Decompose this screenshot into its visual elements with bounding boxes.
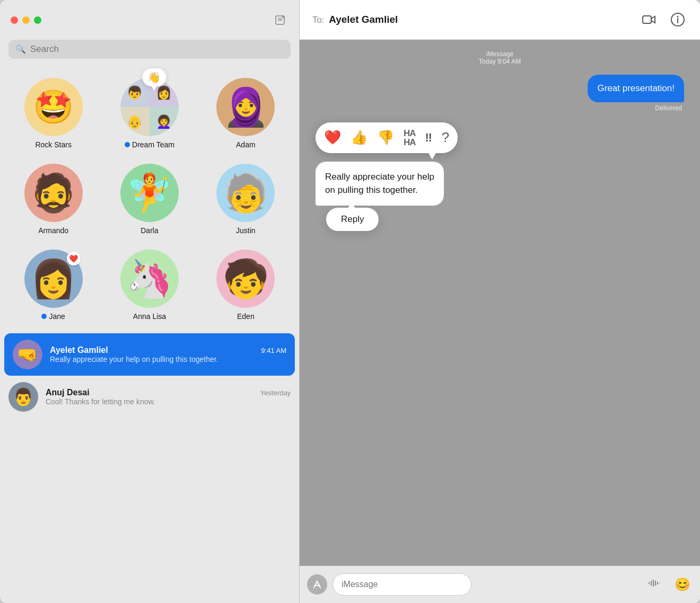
conv-info: Ayelet Gamliel 9:41 AM Really appreciate… (50, 345, 286, 363)
avatar: 🧔 (24, 164, 83, 222)
wave-bubble: 👋 (142, 68, 166, 86)
conv-header: Anuj Desai Yesterday (46, 388, 291, 397)
minimize-button[interactable] (22, 16, 30, 24)
avatar: 🧕 (216, 78, 275, 136)
message-timestamp: iMessage Today 9:04 AM (316, 50, 684, 65)
contact-anna-lisa[interactable]: 🦄 Anna Lisa (101, 242, 197, 328)
contact-name: Armando (38, 226, 68, 235)
svg-rect-14 (657, 582, 658, 585)
avatar: 🧒 (216, 250, 275, 308)
svg-rect-5 (643, 16, 651, 23)
reaction-heart[interactable]: ❤️ (324, 129, 341, 146)
to-label: To: (312, 15, 325, 25)
avatar: 🧚 (120, 164, 179, 222)
conversation-item-anuj[interactable]: 👨 Anuj Desai Yesterday Cool! Thanks for … (0, 376, 299, 418)
conversations-list: 🤜 Ayelet Gamliel 9:41 AM Really apprecia… (0, 333, 299, 603)
received-message-bubble: Really appreciate your help on pulling t… (316, 162, 444, 206)
contact-darla[interactable]: 🧚 Darla (101, 156, 197, 242)
avatar-wrap: 🧔 (24, 164, 83, 222)
unread-dot (125, 142, 130, 147)
conv-header: Ayelet Gamliel 9:41 AM (50, 345, 286, 355)
heart-badge: ❤️ (67, 252, 81, 265)
conv-preview: Really appreciate your help on pulling t… (50, 355, 286, 363)
avatar-wrap: 👩 ❤️ (24, 250, 83, 308)
svg-rect-15 (659, 583, 660, 584)
avatar-wrap: 🧓 (216, 164, 275, 222)
reaction-picker[interactable]: ❤️ 👍 👎 HAHA ‼ ? (316, 122, 458, 153)
contact-eden[interactable]: 🧒 Eden (198, 242, 294, 328)
audio-waveform-icon (648, 579, 660, 590)
app-store-button[interactable] (307, 574, 327, 595)
reply-popup[interactable]: Reply (326, 208, 379, 231)
contact-name: Anna Lisa (133, 312, 166, 321)
svg-rect-13 (655, 581, 656, 586)
traffic-lights (11, 16, 41, 24)
avatar: 🦄 (120, 250, 179, 308)
svg-rect-10 (649, 582, 650, 584)
contact-dream-team[interactable]: 👦 👩 👴 👩‍🦱 👋 Dream Team (101, 70, 197, 156)
contact-name: Jane (41, 312, 65, 321)
contact-name: Rock Stars (35, 140, 71, 149)
header-actions (640, 10, 687, 29)
conv-name: Anuj Desai (46, 388, 90, 397)
emoji-button[interactable]: 😊 (672, 574, 693, 595)
conv-name: Ayelet Gamliel (50, 345, 108, 355)
contact-name: Justin (236, 226, 256, 235)
message-input[interactable] (332, 573, 471, 596)
reaction-question[interactable]: ? (442, 129, 449, 146)
contact-name: Eden (237, 312, 255, 321)
svg-point-8 (677, 16, 679, 17)
avatar-wrap: 🦄 (120, 250, 179, 308)
avatar-wrap: 🧕 (216, 78, 275, 136)
contact-name-header: Ayelet Gamliel (329, 14, 398, 25)
conv-avatar: 👨 (8, 382, 38, 412)
reaction-exclamation[interactable]: ‼ (425, 131, 432, 145)
close-button[interactable] (11, 16, 18, 24)
contact-name: Dream Team (125, 140, 174, 149)
unread-dot (41, 314, 47, 319)
contact-rock-stars[interactable]: 🤩 Rock Stars (5, 70, 101, 156)
avatar-wrap: 👦 👩 👴 👩‍🦱 👋 (120, 78, 179, 136)
search-bar[interactable]: 🔍 (8, 40, 291, 59)
sent-message-bubble: Great presentation! (588, 75, 684, 102)
titlebar (0, 0, 299, 40)
left-panel: 🔍 🤩 Rock Stars 👦 👩 👴 👩‍🦱 👋 (0, 0, 300, 603)
reaction-haha[interactable]: HAHA (404, 129, 416, 147)
video-call-button[interactable] (640, 10, 659, 29)
conv-time: Yesterday (260, 389, 291, 397)
message-input-wrap (332, 573, 667, 596)
avatar-wrap: 🤩 (24, 78, 83, 136)
sent-message-wrap: Great presentation! Delivered (316, 75, 684, 112)
conv-info: Anuj Desai Yesterday Cool! Thanks for le… (46, 388, 291, 406)
contact-armando[interactable]: 🧔 Armando (5, 156, 101, 242)
search-icon: 🔍 (16, 45, 26, 54)
reaction-thumbsup[interactable]: 👍 (351, 129, 368, 146)
info-button[interactable] (668, 10, 687, 29)
avatar: 🤩 (24, 78, 83, 136)
conversation-item-ayelet[interactable]: 🤜 Ayelet Gamliel 9:41 AM Really apprecia… (4, 333, 295, 376)
contact-justin[interactable]: 🧓 Justin (198, 156, 294, 242)
contact-name: Darla (141, 226, 158, 235)
avatar-wrap: 🧒 (216, 250, 275, 308)
message-input-bar: 😊 (300, 566, 700, 603)
delivered-label: Delivered (655, 104, 684, 112)
reaction-picker-wrap: ❤️ 👍 👎 HAHA ‼ ? (316, 122, 684, 153)
right-panel: To: Ayelet Gamliel iMessage Today (300, 0, 700, 603)
search-input[interactable] (30, 44, 283, 55)
maximize-button[interactable] (34, 16, 41, 24)
group-avatar: 👦 👩 👴 👩‍🦱 (120, 78, 179, 136)
contact-adam[interactable]: 🧕 Adam (198, 70, 294, 156)
message-header: To: Ayelet Gamliel (300, 0, 700, 40)
conv-preview: Cool! Thanks for letting me know. (46, 397, 291, 406)
compose-button[interactable] (272, 12, 288, 29)
avatar-wrap: 🧚 (120, 164, 179, 222)
conv-time: 9:41 AM (261, 347, 286, 354)
messages-area: iMessage Today 9:04 AM Great presentatio… (300, 40, 700, 566)
reaction-thumbsdown[interactable]: 👎 (377, 129, 394, 146)
svg-rect-12 (653, 580, 654, 587)
contacts-grid: 🤩 Rock Stars 👦 👩 👴 👩‍🦱 👋 Dre (0, 65, 299, 333)
svg-rect-11 (651, 581, 652, 586)
avatar: 🧓 (216, 164, 275, 222)
contact-jane[interactable]: 👩 ❤️ Jane (5, 242, 101, 328)
contact-name: Adam (236, 140, 256, 149)
